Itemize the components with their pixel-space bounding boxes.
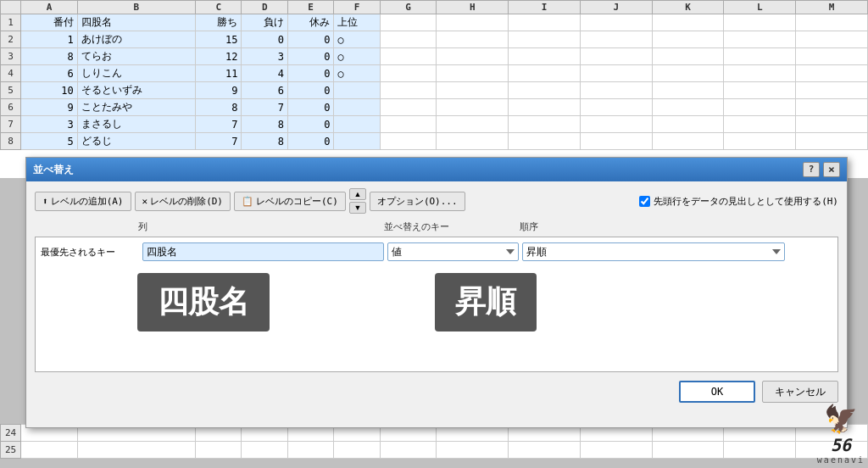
cell-d3[interactable]: 3 [242, 48, 287, 65]
col-header-l[interactable]: L [724, 1, 796, 14]
col-header-a[interactable]: A [21, 1, 78, 14]
watermark-text: waenavi [817, 455, 865, 465]
table-row: 3 8 てらお 12 3 0 ○ [1, 48, 868, 65]
cell-f5[interactable] [334, 82, 380, 99]
cell-e1[interactable]: 休み [287, 14, 333, 31]
cell-d2[interactable]: 0 [242, 31, 287, 48]
cell-a5[interactable]: 10 [21, 82, 78, 99]
cell-a8[interactable]: 5 [21, 133, 78, 150]
col-header-k[interactable]: K [652, 1, 724, 14]
delete-level-button[interactable]: ✕ レベルの削除(D) [135, 192, 231, 211]
cell-d8[interactable]: 8 [242, 133, 287, 150]
row-num: 8 [1, 133, 21, 150]
cell-b8[interactable]: どるじ [77, 133, 195, 150]
sort-col-dropdown[interactable]: 四股名 [142, 242, 384, 261]
cell-a4[interactable]: 6 [21, 65, 78, 82]
col-header-i[interactable]: I [509, 1, 581, 14]
cell-c5[interactable]: 9 [196, 82, 242, 99]
copy-level-button[interactable]: 📋 レベルのコピー(C) [234, 192, 346, 211]
cell-c4[interactable]: 11 [196, 65, 242, 82]
cell-e8[interactable]: 0 [287, 133, 333, 150]
cell-a7[interactable]: 3 [21, 116, 78, 133]
cell-b2[interactable]: あけぼの [77, 31, 195, 48]
cell-b3[interactable]: てらお [77, 48, 195, 65]
cancel-button[interactable]: キャンセル [762, 381, 838, 403]
cell-a6[interactable]: 9 [21, 99, 78, 116]
sort-key-label: 並べ替えのキー [384, 220, 520, 233]
col-header-d[interactable]: D [242, 1, 287, 14]
cell-c1[interactable]: 勝ち [196, 14, 242, 31]
header-checkbox[interactable] [639, 196, 650, 207]
col-header-h[interactable]: H [437, 1, 509, 14]
cell-a3[interactable]: 8 [21, 48, 78, 65]
cell-a1[interactable]: 番付 [21, 14, 78, 31]
cell-b5[interactable]: そるといずみ [77, 82, 195, 99]
dialog-help-button[interactable]: ? [803, 162, 820, 177]
col-header-e[interactable]: E [287, 1, 333, 14]
cell-h1[interactable] [437, 14, 509, 31]
cell-a2[interactable]: 1 [21, 31, 78, 48]
cell-f7[interactable] [334, 116, 380, 133]
copy-level-icon: 📋 [242, 196, 253, 207]
cell-e4[interactable]: 0 [287, 65, 333, 82]
cell-e7[interactable]: 0 [287, 116, 333, 133]
header-checkbox-area: 先頭行をデータの見出しとして使用する(H) [639, 195, 838, 208]
cell-f6[interactable] [334, 99, 380, 116]
ok-button[interactable]: OK [679, 381, 755, 403]
cell-f2[interactable]: ○ [334, 31, 380, 48]
sort-key-dropdown[interactable]: 値 [387, 242, 519, 261]
dialog-close-button[interactable]: × [823, 162, 840, 177]
sort-order-dropdown[interactable]: 昇順 [522, 242, 785, 261]
col-header-b[interactable]: B [77, 1, 195, 14]
cell-c2[interactable]: 15 [196, 31, 242, 48]
dialog-title: 並べ替え [33, 163, 74, 177]
col-header-j[interactable]: J [580, 1, 652, 14]
move-down-button[interactable]: ▼ [349, 202, 366, 214]
col-header-m[interactable]: M [796, 1, 868, 14]
cell-e6[interactable]: 0 [287, 99, 333, 116]
col-header-g[interactable]: G [380, 1, 437, 14]
col-header-c[interactable]: C [196, 1, 242, 14]
cell-f1[interactable]: 上位 [334, 14, 380, 31]
cell-b6[interactable]: ことたみや [77, 99, 195, 116]
cell-k1[interactable] [652, 14, 724, 31]
cell-d1[interactable]: 負け [242, 14, 287, 31]
cell-b7[interactable]: まさるし [77, 116, 195, 133]
cell-b1[interactable]: 四股名 [77, 14, 195, 31]
cell-d6[interactable]: 7 [242, 99, 287, 116]
cell-j1[interactable] [580, 14, 652, 31]
spreadsheet: A B C D E F G H I J K L M 1 番付 四股名 勝ち [0, 0, 868, 178]
cell-c6[interactable]: 8 [196, 99, 242, 116]
cell-e2[interactable]: 0 [287, 31, 333, 48]
cell-d4[interactable]: 4 [242, 65, 287, 82]
cell-d5[interactable]: 6 [242, 82, 287, 99]
options-button[interactable]: オプション(O)... [370, 192, 465, 211]
cell-l1[interactable] [724, 14, 796, 31]
cell-d7[interactable]: 8 [242, 116, 287, 133]
col-header-f[interactable]: F [334, 1, 380, 14]
table-row: 7 3 まさるし 7 8 0 [1, 116, 868, 133]
delete-level-icon: ✕ [142, 196, 148, 207]
cell-c3[interactable]: 12 [196, 48, 242, 65]
cell-c8[interactable]: 7 [196, 133, 242, 150]
cell-e5[interactable]: 0 [287, 82, 333, 99]
sort-order-arrows: ▲ ▼ [349, 188, 366, 214]
add-level-button[interactable]: ⬆ レベルの追加(A) [35, 192, 131, 211]
cell-i1[interactable] [509, 14, 581, 31]
cell-e3[interactable]: 0 [287, 48, 333, 65]
cell-f4[interactable]: ○ [334, 65, 380, 82]
corner-header [1, 1, 21, 14]
options-label: オプション(O)... [377, 195, 458, 208]
cell-f3[interactable]: ○ [334, 48, 380, 65]
cell-g1[interactable] [380, 14, 437, 31]
table-row: 6 9 ことたみや 8 7 0 [1, 99, 868, 116]
big-labels-area: 四股名 昇順 [137, 273, 837, 332]
cell-f8[interactable] [334, 133, 380, 150]
order-label: 順序 [520, 220, 782, 233]
row-num: 1 [1, 14, 21, 31]
cell-c7[interactable]: 7 [196, 116, 242, 133]
cell-b4[interactable]: しりこん [77, 65, 195, 82]
table-row: 2 1 あけぼの 15 0 0 ○ [1, 31, 868, 48]
cell-m1[interactable] [796, 14, 868, 31]
move-up-button[interactable]: ▲ [349, 188, 366, 200]
